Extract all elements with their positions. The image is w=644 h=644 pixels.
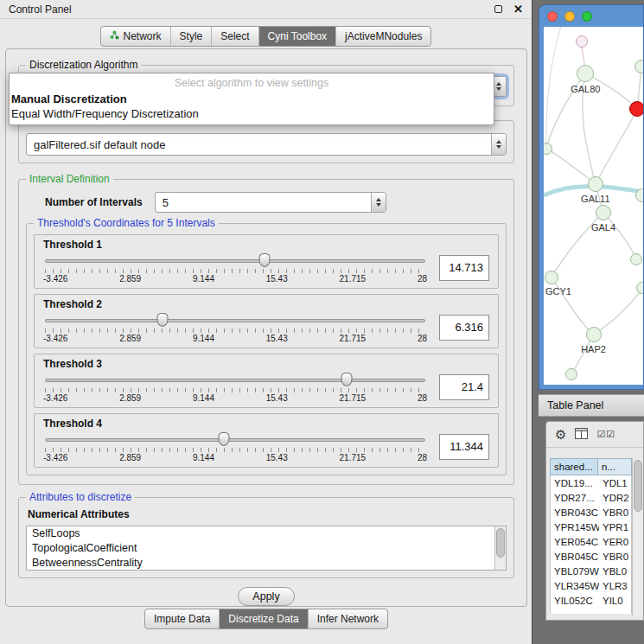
column-header[interactable]: n... <box>598 458 632 475</box>
list-item[interactable]: TopologicalCoefficient <box>27 541 506 556</box>
threshold-value-field[interactable]: 11.344 <box>439 434 489 460</box>
table-row[interactable]: YER054CYER0 <box>551 534 631 549</box>
threshold-value-field[interactable]: 21.4 <box>439 374 489 400</box>
combobox-stepper-icon[interactable] <box>371 193 386 212</box>
dropdown-option[interactable]: Equal Width/Frequency Discretization <box>10 106 494 121</box>
network-node[interactable] <box>630 253 642 265</box>
threshold-value-field[interactable]: 6.316 <box>439 315 489 341</box>
tab-select[interactable]: Select <box>212 27 258 46</box>
slider-scale: -3.4262.8599.14415.4321.71528 <box>43 453 427 462</box>
tab-discretize-data[interactable]: Discretize Data <box>220 609 308 628</box>
gear-icon[interactable]: ⚙ <box>555 427 566 443</box>
zoom-traffic-icon[interactable] <box>582 11 592 22</box>
slider-scale: -3.4262.8599.14415.4321.71528 <box>43 274 427 284</box>
tab-label: Impute Data <box>154 613 210 625</box>
table-row[interactable]: YIL052CYIL0 <box>551 593 631 608</box>
scrollbar-thumb[interactable] <box>496 528 505 558</box>
table-data-combobox-value: galFiltered.sif default node <box>27 138 491 151</box>
network-node[interactable] <box>636 282 643 294</box>
threshold-slider[interactable]: -3.4262.8599.14415.4321.71528 <box>43 252 427 284</box>
table-row[interactable]: YBR043CYBR0 <box>551 505 631 520</box>
tab-network[interactable]: Network <box>101 27 171 46</box>
table-cell: YLR3 <box>599 578 631 593</box>
network-node[interactable] <box>629 101 643 117</box>
slider-track[interactable] <box>45 438 425 442</box>
minimize-traffic-icon[interactable] <box>564 11 575 22</box>
threshold-slider[interactable]: -3.4262.8599.14415.4321.71528 <box>43 311 427 343</box>
network-node[interactable] <box>634 60 643 73</box>
tab-jactivemnodules[interactable]: jActiveMNodules <box>336 27 430 46</box>
control-panel-window: Control Panel ✕ NetworkStyleSelectCyni T… <box>0 0 532 644</box>
scale-label: 2.859 <box>119 334 141 343</box>
table-row[interactable]: YDL19...YDL1 <box>551 475 631 490</box>
attributes-scrollbar[interactable] <box>494 526 506 570</box>
close-icon[interactable]: ✕ <box>513 3 523 15</box>
network-node[interactable] <box>545 271 558 284</box>
tab-cyni-toolbox[interactable]: Cyni Toolbox <box>259 27 336 46</box>
number-of-intervals-combobox[interactable]: 5 <box>155 192 386 213</box>
tab-impute-data[interactable]: Impute Data <box>145 609 220 628</box>
table-row[interactable]: YLR345WYLR3 <box>551 578 631 593</box>
numerical-attributes-list[interactable]: SelfLoopsTopologicalCoefficientBetweenne… <box>26 526 507 571</box>
table-cell: YBR043C <box>551 505 599 520</box>
network-node[interactable] <box>577 65 594 82</box>
network-icon <box>110 30 119 42</box>
threshold-label: Threshold 3 <box>43 358 489 370</box>
network-node-label: GAL11 <box>581 194 609 204</box>
algorithm-placeholder: Select algorithm to view settings <box>10 75 494 92</box>
network-canvas[interactable]: GAL80GAL11GAL4GCY1HAP2 <box>544 27 643 385</box>
scale-label: 21.715 <box>340 274 367 284</box>
tab-label: Network <box>124 30 162 42</box>
slider-track[interactable] <box>45 379 425 382</box>
network-node[interactable] <box>586 327 602 342</box>
table-data-group: Table Data galFiltered.sif default node <box>18 120 514 163</box>
table-panel-window: ⚙ ☑☑ shared...n... YDL19...YDL1YDR27...Y… <box>545 421 644 621</box>
list-item[interactable]: BetweennessCentrality <box>27 556 506 571</box>
columns-icon[interactable] <box>575 427 588 443</box>
table-data-combobox[interactable]: galFiltered.sif default node <box>26 133 507 156</box>
slider-thumb[interactable] <box>156 313 168 327</box>
network-node[interactable] <box>635 188 643 202</box>
table-row[interactable]: YPR145WYPR1 <box>551 520 631 534</box>
table-scrollbar[interactable] <box>632 458 643 616</box>
table-header-row: shared...n... <box>550 458 632 475</box>
network-node[interactable] <box>596 205 611 220</box>
group-title: Discretization Algorithm <box>26 59 141 71</box>
threshold-block: Threshold 4 -3.4262.8599.14415.4321.7152… <box>34 413 499 468</box>
tab-infer-network[interactable]: Infer Network <box>309 609 387 628</box>
scale-label: 15.43 <box>266 334 288 343</box>
threshold-slider[interactable]: -3.4262.8599.14415.4321.71528 <box>43 371 427 403</box>
tab-label: jActiveMNodules <box>345 30 422 42</box>
float-panel-icon[interactable] <box>494 5 502 13</box>
threshold-value-field[interactable]: 14.713 <box>439 255 489 281</box>
combobox-stepper-icon[interactable] <box>491 134 506 155</box>
column-header[interactable]: shared... <box>550 458 598 475</box>
network-node[interactable] <box>565 368 577 380</box>
scale-label: 9.144 <box>193 334 214 343</box>
slider-track[interactable] <box>45 319 425 322</box>
threshold-label: Threshold 4 <box>43 418 489 430</box>
table-row[interactable]: YBR045CYBR0 <box>551 549 631 564</box>
scale-label: 28 <box>418 393 427 403</box>
dropdown-option[interactable]: Manual Discretization <box>10 92 494 106</box>
bottom-tab-bar: Impute DataDiscretize DataInfer Network <box>144 609 388 629</box>
network-node[interactable] <box>588 176 603 192</box>
slider-thumb[interactable] <box>218 432 229 446</box>
list-item[interactable]: SelfLoops <box>27 526 506 541</box>
close-traffic-icon[interactable] <box>547 11 558 22</box>
slider-track[interactable] <box>45 259 425 263</box>
table-row[interactable]: YDR27...YDR2 <box>551 490 631 505</box>
slider-thumb[interactable] <box>341 373 352 386</box>
table-panel-titlebar[interactable]: Table Panel <box>539 394 644 417</box>
slider-ticks <box>45 388 425 392</box>
slider-scale: -3.4262.8599.14415.4321.71528 <box>43 334 427 343</box>
select-columns-icon[interactable]: ☑☑ <box>596 429 615 440</box>
table-cell: YDL1 <box>599 475 631 490</box>
scrollbar-thumb[interactable] <box>634 460 642 512</box>
threshold-slider[interactable]: -3.4262.8599.14415.4321.71528 <box>43 430 427 462</box>
table-row[interactable]: YBL079WYBL0 <box>551 564 631 578</box>
slider-thumb[interactable] <box>259 253 271 267</box>
network-node[interactable] <box>576 35 588 48</box>
tab-style[interactable]: Style <box>171 27 213 46</box>
apply-button[interactable]: Apply <box>238 587 294 606</box>
